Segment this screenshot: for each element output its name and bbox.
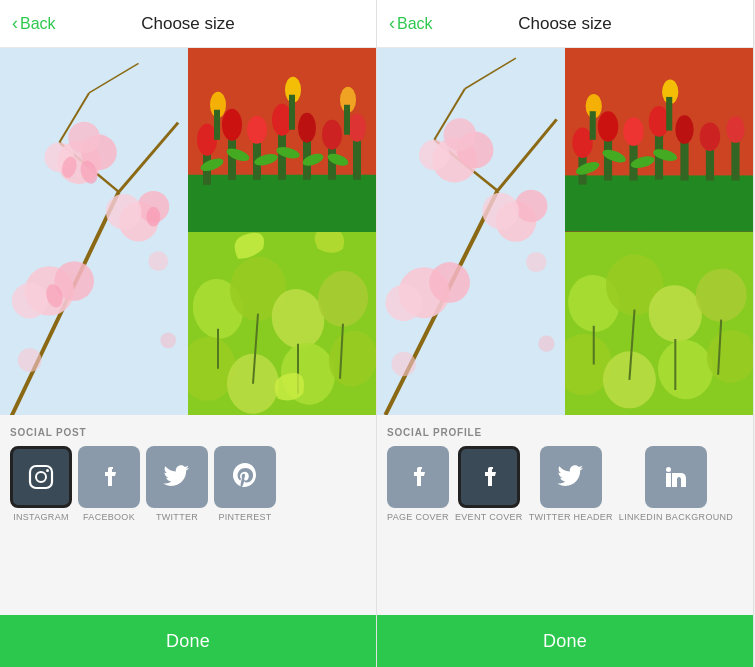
- twitter-item[interactable]: TWITTER: [146, 446, 208, 523]
- facebook-icon: [97, 463, 121, 491]
- right-icon-row: PAGE COVER EVENT COVER TWITTER HEADE: [387, 446, 743, 523]
- svg-point-124: [666, 467, 671, 472]
- pinterest-label: PINTEREST: [218, 512, 271, 523]
- svg-point-21: [160, 332, 176, 348]
- page-cover-label: PAGE COVER: [387, 512, 449, 523]
- svg-point-79: [482, 193, 519, 230]
- instagram-label: INSTAGRAM: [13, 512, 69, 523]
- svg-point-15: [12, 283, 48, 319]
- instagram-icon: [27, 463, 55, 491]
- svg-rect-123: [666, 473, 671, 487]
- right-mosaic: [377, 48, 753, 415]
- svg-point-28: [222, 109, 242, 141]
- left-leaves-cell: [188, 232, 376, 416]
- right-cherry-blossom-cell: [377, 48, 565, 415]
- left-image-area: [0, 48, 376, 415]
- twitter-header-label: TWITTER HEADER: [529, 512, 613, 523]
- svg-point-38: [348, 114, 366, 142]
- svg-point-20: [148, 251, 168, 271]
- svg-rect-48: [289, 95, 295, 130]
- svg-point-78: [515, 190, 548, 223]
- svg-point-34: [298, 113, 316, 143]
- linkedin-bg-icon-box[interactable]: [645, 446, 707, 508]
- twitter-header-item[interactable]: TWITTER HEADER: [529, 446, 613, 523]
- right-leaves-cell: [565, 232, 753, 416]
- svg-point-97: [675, 115, 693, 144]
- svg-rect-109: [666, 97, 672, 131]
- instagram-icon-box[interactable]: [10, 446, 72, 508]
- twitter-icon: [163, 465, 191, 489]
- linkedin-bg-label: LINKEDIN BACKGROUND: [619, 512, 733, 523]
- svg-point-116: [603, 351, 656, 408]
- svg-point-101: [726, 116, 744, 143]
- right-controls: SOCIAL PROFILE PAGE COVER EVENT COVER: [377, 415, 753, 615]
- right-image-area: [377, 48, 753, 415]
- right-header-title: Choose size: [518, 14, 612, 34]
- instagram-item[interactable]: INSTAGRAM: [10, 446, 72, 523]
- twitter-icon-box[interactable]: [146, 446, 208, 508]
- page-cover-icon-box[interactable]: [387, 446, 449, 508]
- left-panel: ‹ Back Choose size: [0, 0, 377, 667]
- page-cover-item[interactable]: PAGE COVER: [387, 446, 449, 523]
- left-tulips-cell: [188, 48, 376, 232]
- left-header-title: Choose size: [141, 14, 235, 34]
- twitter-label: TWITTER: [156, 512, 198, 523]
- facebook-label: FACEBOOK: [83, 512, 135, 523]
- event-cover-icon-box[interactable]: [458, 446, 520, 508]
- svg-rect-107: [590, 111, 596, 140]
- svg-rect-64: [30, 466, 52, 488]
- right-tulips-cell: [565, 48, 753, 232]
- left-header: ‹ Back Choose size: [0, 0, 376, 48]
- svg-point-22: [18, 348, 42, 372]
- svg-point-12: [106, 194, 142, 230]
- page-cover-facebook-icon: [406, 463, 430, 491]
- left-icon-row: INSTAGRAM FACEBOOK TWITTER: [10, 446, 366, 523]
- left-cherry-blossom-cell: [0, 48, 188, 415]
- svg-point-99: [700, 122, 720, 151]
- pinterest-icon: [233, 463, 257, 491]
- svg-point-91: [598, 111, 618, 142]
- event-cover-facebook-icon: [477, 463, 501, 491]
- svg-rect-50: [344, 105, 350, 135]
- twitter-header-icon-box[interactable]: [540, 446, 602, 508]
- right-done-button[interactable]: Done: [377, 615, 753, 667]
- facebook-icon-box[interactable]: [78, 446, 140, 508]
- svg-point-84: [538, 335, 554, 351]
- right-section-label: SOCIAL PROFILE: [387, 427, 743, 438]
- twitter-header-icon: [557, 465, 585, 489]
- svg-point-9: [68, 122, 100, 154]
- right-back-button[interactable]: ‹ Back: [389, 13, 433, 34]
- left-done-button[interactable]: Done: [0, 615, 376, 667]
- pinterest-item[interactable]: PINTEREST: [214, 446, 276, 523]
- svg-point-76: [443, 118, 476, 151]
- right-panel: ‹ Back Choose size: [377, 0, 754, 667]
- svg-point-82: [385, 285, 422, 322]
- right-back-chevron-icon: ‹: [389, 13, 395, 34]
- left-back-button[interactable]: ‹ Back: [12, 13, 56, 34]
- svg-point-81: [429, 262, 470, 303]
- svg-point-83: [526, 252, 546, 272]
- event-cover-label: EVENT COVER: [455, 512, 523, 523]
- svg-rect-87: [565, 175, 753, 231]
- right-header: ‹ Back Choose size: [377, 0, 753, 48]
- svg-point-93: [623, 117, 643, 146]
- left-controls: SOCIAL POST INSTAGRAM: [0, 415, 376, 615]
- svg-point-75: [419, 140, 450, 171]
- left-back-label: Back: [20, 15, 56, 33]
- svg-rect-24: [188, 175, 376, 232]
- svg-point-89: [572, 128, 592, 159]
- pinterest-icon-box[interactable]: [214, 446, 276, 508]
- left-section-label: SOCIAL POST: [10, 427, 366, 438]
- svg-point-85: [391, 352, 415, 376]
- linkedin-bg-item[interactable]: LINKEDIN BACKGROUND: [619, 446, 733, 523]
- event-cover-item[interactable]: EVENT COVER: [455, 446, 523, 523]
- right-back-label: Back: [397, 15, 433, 33]
- svg-rect-46: [214, 110, 220, 140]
- left-mosaic: [0, 48, 376, 415]
- left-back-chevron-icon: ‹: [12, 13, 18, 34]
- facebook-item[interactable]: FACEBOOK: [78, 446, 140, 523]
- svg-point-65: [36, 472, 46, 482]
- svg-point-66: [46, 469, 49, 472]
- linkedin-icon: [663, 464, 689, 490]
- svg-point-30: [247, 116, 267, 144]
